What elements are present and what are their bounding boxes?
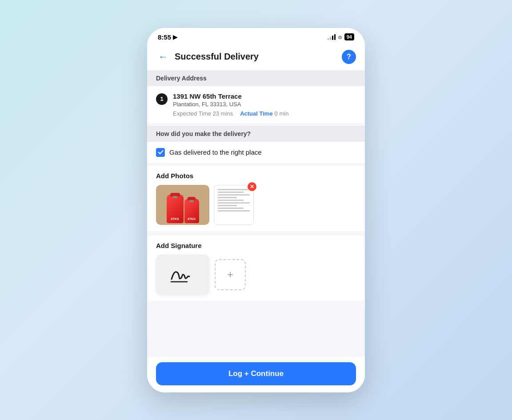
cylinder-valve-2 [189, 200, 194, 202]
doc-content [214, 185, 253, 224]
doc-line [218, 197, 237, 198]
delivery-method-section-header: How did you make the delivery? [147, 126, 365, 142]
cylinder-valve-1 [173, 196, 177, 198]
remove-photo-button[interactable] [247, 182, 257, 192]
address-details: 1391 NW 65th Terrace Plantation, FL 3331… [173, 92, 356, 117]
help-button[interactable]: ? [342, 50, 356, 64]
main-content: ← Successful Delivery ? Delivery Address… [147, 44, 365, 357]
expected-time-label: Expected Time [173, 110, 211, 117]
address-row: 1 1391 NW 65th Terrace Plantation, FL 33… [156, 92, 356, 117]
status-bar: 8:55 ▶ ⌾ 94 [147, 28, 365, 44]
signature-row: + [156, 255, 356, 295]
stop-number-badge: 1 [156, 93, 168, 105]
cylinder-2: 47KG [184, 199, 199, 223]
address-card: 1 1391 NW 65th Terrace Plantation, FL 33… [147, 86, 365, 123]
photos-row: 47KG 47KG [156, 185, 356, 225]
location-icon: ▶ [173, 34, 177, 40]
address-line2: Plantation, FL 33313, USA [173, 101, 356, 108]
time-row: Expected Time 23 mins Actual Time 0 min [173, 110, 356, 117]
address-line1: 1391 NW 65th Terrace [173, 92, 356, 100]
signature-label: Add Signature [156, 242, 356, 249]
add-signature-icon: + [227, 268, 233, 281]
help-label: ? [347, 53, 351, 61]
back-button[interactable]: ← [156, 50, 170, 64]
doc-line [218, 200, 244, 201]
back-arrow-icon: ← [158, 51, 168, 63]
expected-time-value: 23 mins [213, 110, 233, 117]
battery-badge: 94 [344, 33, 354, 40]
cylinder-label-2: 47KG [188, 217, 196, 220]
status-time: 8:55 ▶ [158, 33, 177, 41]
add-signature-button[interactable]: + [215, 259, 246, 290]
page-header: ← Successful Delivery ? [147, 44, 365, 70]
doc-line [218, 202, 250, 204]
checkmark-icon [158, 149, 164, 155]
document-photo-thumb[interactable] [214, 185, 254, 225]
doc-line [218, 208, 244, 209]
actual-time-value: 0 min [275, 110, 289, 117]
checkbox-row: Gas delivered to the right place [156, 148, 356, 157]
signal-icon [328, 34, 336, 40]
doc-line [218, 189, 250, 190]
signature-section: Add Signature + [147, 236, 365, 301]
gas-cylinders-graphic: 47KG 47KG [167, 195, 199, 223]
spacer3 [147, 231, 365, 234]
bottom-bar: Log + Continue [147, 357, 365, 392]
doc-line [218, 194, 250, 196]
checkbox-label: Gas delivered to the right place [169, 148, 262, 156]
status-right: ⌾ 94 [328, 33, 354, 40]
cylinder-label-1: 47KG [171, 217, 179, 220]
signature-thumb[interactable] [156, 255, 209, 295]
delivery-method-card: Gas delivered to the right place [147, 142, 365, 163]
gas-photo-thumb[interactable]: 47KG 47KG [156, 185, 209, 225]
doc-line [218, 192, 244, 193]
photos-label: Add Photos [156, 172, 356, 180]
cylinder-1: 47KG [167, 195, 184, 223]
signature-graphic [165, 261, 200, 288]
doc-line [218, 205, 237, 206]
delivery-address-section-header: Delivery Address [147, 70, 365, 86]
actual-time-label: Actual Time [240, 110, 272, 117]
doc-line [218, 210, 250, 212]
log-continue-button[interactable]: Log + Continue [156, 362, 356, 385]
photos-section: Add Photos 47KG 47KG [147, 166, 365, 231]
gas-delivered-checkbox[interactable] [156, 148, 165, 157]
page-title: Successful Delivery [170, 52, 342, 62]
time-text: 8:55 [158, 33, 171, 41]
phone-frame: 8:55 ▶ ⌾ 94 ← Successful Delivery ? Deli… [147, 28, 365, 392]
wifi-icon: ⌾ [338, 33, 342, 40]
